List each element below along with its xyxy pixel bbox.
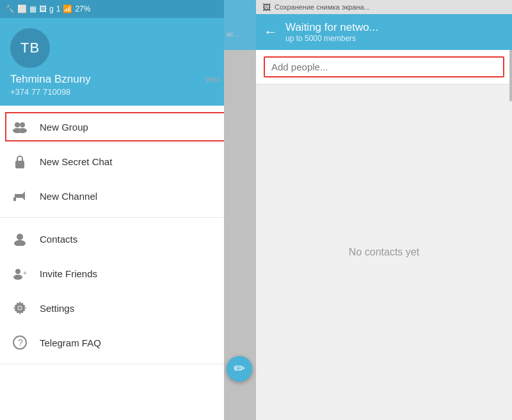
left-panel: 🔧 ⬜ ▦ 🖼 g 1 📶 27% 20:32 TB 🔍 Tehmina Bzn… xyxy=(0,0,256,420)
menu-item-settings[interactable]: Settings xyxy=(0,291,256,325)
menu-section-2: Contacts + Invite Friends xyxy=(0,218,256,364)
screenshot-icon: 🖼 xyxy=(262,3,271,12)
new-group-label: New Group xyxy=(40,122,88,133)
right-panel: 🖼 Сохранение снимка экрана... ← Waiting … xyxy=(256,0,512,420)
settings-label: Settings xyxy=(40,303,74,314)
menu-item-invite-friends[interactable]: + Invite Friends xyxy=(0,256,256,291)
telegram-faq-label: Telegram FAQ xyxy=(40,337,101,348)
signal-icon: 📶 xyxy=(63,4,72,13)
grid-icon: ▦ xyxy=(29,4,36,13)
search-status-icon: ⬜ xyxy=(17,4,27,13)
menu-item-contacts[interactable]: Contacts xyxy=(0,222,256,256)
header-text: Waiting for netwo... up to 5000 members xyxy=(285,21,504,43)
scrollbar[interactable] xyxy=(509,50,512,101)
svg-rect-5 xyxy=(13,197,16,201)
add-people-input[interactable] xyxy=(271,61,497,72)
status-bar-left: 🔧 ⬜ ▦ 🖼 g 1 📶 27% xyxy=(5,4,90,13)
status-bar: 🔧 ⬜ ▦ 🖼 g 1 📶 27% 20:32 xyxy=(0,0,256,18)
back-button[interactable]: ← xyxy=(264,24,278,40)
svg-point-1 xyxy=(20,122,25,127)
image-icon: 🖼 xyxy=(39,4,47,13)
status-bar-text: Сохранение снимка экрана... xyxy=(275,3,370,11)
menu-item-new-secret-chat[interactable]: New Secret Chat xyxy=(0,144,256,179)
chat-date-label: Wed xyxy=(206,76,220,83)
chat-list-header xyxy=(224,0,256,18)
menu-item-new-channel[interactable]: New Channel xyxy=(0,179,256,213)
settings-gear-icon xyxy=(10,298,29,318)
add-people-section xyxy=(256,50,512,85)
svg-point-6 xyxy=(17,234,23,240)
menu-item-telegram-faq[interactable]: ? Telegram FAQ xyxy=(0,325,256,360)
battery-text: 27% xyxy=(75,4,90,13)
no-contacts-message: No contacts yet xyxy=(256,85,512,420)
svg-text:+: + xyxy=(23,270,27,277)
lock-icon xyxy=(10,152,29,171)
svg-point-9 xyxy=(13,275,22,280)
svg-point-7 xyxy=(14,240,26,246)
sim-icon: 1 xyxy=(56,4,61,13)
gplus-icon: g xyxy=(49,4,54,13)
compose-fab[interactable]: ✏ xyxy=(227,356,252,382)
svg-point-3 xyxy=(18,128,27,133)
svg-text:?: ? xyxy=(18,337,23,348)
invite-friends-label: Invite Friends xyxy=(40,268,97,279)
contacts-icon xyxy=(10,229,29,248)
header-title: Waiting for netwo... xyxy=(285,21,504,34)
invite-friends-icon: + xyxy=(10,264,29,283)
faq-icon: ? xyxy=(10,333,29,352)
group-icon xyxy=(10,117,29,136)
wrench-icon: 🔧 xyxy=(5,4,15,13)
right-header: ← Waiting for netwo... up to 5000 member… xyxy=(256,14,512,50)
profile-phone: +374 77 710098 xyxy=(10,87,246,97)
megaphone-icon xyxy=(10,186,29,206)
avatar: TB xyxy=(10,28,50,68)
svg-rect-4 xyxy=(15,161,24,168)
svg-point-8 xyxy=(15,269,20,274)
right-status-bar: 🖼 Сохранение снимка экрана... xyxy=(256,0,512,14)
profile-header: TB 🔍 Tehmina Bznuny +374 77 710098 ☁ xyxy=(0,18,256,106)
svg-point-13 xyxy=(19,307,22,310)
new-secret-chat-label: New Secret Chat xyxy=(40,156,112,167)
menu-item-new-group[interactable]: New Group xyxy=(0,109,256,144)
menu-section-1: New Group New Secret Chat New Channel xyxy=(0,106,256,218)
add-people-input-wrapper[interactable] xyxy=(264,56,504,77)
contacts-label: Contacts xyxy=(40,234,77,245)
new-channel-label: New Channel xyxy=(40,191,97,202)
svg-point-0 xyxy=(15,122,20,127)
header-subtitle: up to 5000 members xyxy=(285,34,504,43)
